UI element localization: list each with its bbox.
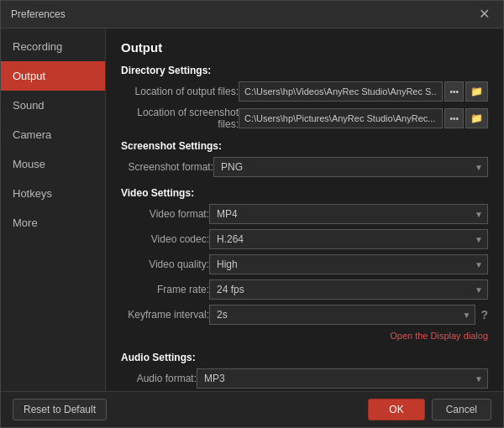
audio-format-row: Audio format: MP3AACWAVFLAC ▼ (121, 368, 488, 389)
screenshot-format-label: Screenshot format: (121, 161, 213, 173)
sidebar-item-recording[interactable]: Recording (1, 32, 105, 61)
video-codec-row: Video codec: H.264H.265VP8VP9 ▼ (121, 229, 488, 249)
dialog-title: Preferences (11, 8, 66, 20)
screenshot-dir-input-group: ••• 📁 (239, 108, 488, 128)
framerate-label: Frame rate: (121, 284, 209, 295)
video-codec-dropdown-wrapper: H.264H.265VP8VP9 ▼ (209, 229, 488, 249)
keyframe-help-icon[interactable]: ? (480, 308, 488, 321)
footer-left: Reset to Default (13, 399, 107, 420)
video-format-row: Video format: MP4MOVAVIWMV ▼ (121, 204, 488, 224)
ok-button[interactable]: OK (368, 399, 424, 420)
screenshot-section-title: Screenshot Settings: (121, 140, 488, 152)
display-dialog-link[interactable]: Open the Display dialog (390, 331, 488, 341)
screenshot-format-dropdown[interactable]: PNG JPG BMP GIF (213, 157, 488, 177)
output-folder-button[interactable]: 📁 (465, 81, 488, 102)
video-codec-dropdown[interactable]: H.264H.265VP8VP9 (209, 229, 488, 249)
keyframe-row: Keyframe interval: 2s5s10s ▼ ? (121, 305, 488, 325)
screenshot-format-row: Screenshot format: PNG JPG BMP GIF ▼ (121, 157, 488, 177)
cancel-button[interactable]: Cancel (432, 399, 491, 420)
video-format-dropdown-wrapper: MP4MOVAVIWMV ▼ (209, 204, 488, 224)
video-codec-label: Video codec: (121, 233, 209, 245)
keyframe-dropdown[interactable]: 2s5s10s (209, 305, 475, 325)
page-title: Output (121, 40, 488, 55)
screenshot-dir-input[interactable] (239, 108, 443, 128)
output-dir-row: Location of output files: ••• 📁 (121, 81, 488, 102)
content-area: Output Directory Settings: Location of o… (106, 29, 503, 391)
screenshot-dots-button[interactable]: ••• (444, 108, 464, 128)
screenshot-dir-row: Location of screenshot files: ••• 📁 (121, 107, 488, 130)
video-quality-row: Video quality: HighMediumLow ▼ (121, 254, 488, 274)
sidebar-item-mouse[interactable]: Mouse (1, 149, 105, 179)
screenshot-dir-label: Location of screenshot files: (121, 107, 239, 130)
output-dir-input[interactable] (239, 81, 443, 102)
main-content: Recording Output Sound Camera Mouse Hotk… (1, 29, 503, 391)
video-quality-dropdown-wrapper: HighMediumLow ▼ (209, 254, 488, 274)
title-bar: Preferences ✕ (1, 1, 503, 29)
footer: Reset to Default OK Cancel (1, 391, 503, 427)
sidebar-item-output[interactable]: Output (1, 61, 105, 91)
sidebar-item-more[interactable]: More (1, 208, 105, 237)
keyframe-label: Keyframe interval: (121, 309, 209, 321)
video-quality-dropdown[interactable]: HighMediumLow (209, 254, 488, 274)
video-format-dropdown[interactable]: MP4MOVAVIWMV (209, 204, 488, 224)
reset-button[interactable]: Reset to Default (13, 399, 107, 420)
audio-format-dropdown[interactable]: MP3AACWAVFLAC (197, 368, 488, 389)
framerate-dropdown[interactable]: 24 fps30 fps60 fps (209, 279, 488, 300)
screenshot-format-dropdown-wrapper: PNG JPG BMP GIF ▼ (213, 157, 488, 177)
output-dots-button[interactable]: ••• (444, 81, 464, 102)
output-dir-input-group: ••• 📁 (239, 81, 488, 102)
video-section-title: Video Settings: (121, 187, 488, 199)
close-button[interactable]: ✕ (475, 8, 493, 21)
framerate-dropdown-wrapper: 24 fps30 fps60 fps ▼ (209, 279, 488, 300)
preferences-dialog: Preferences ✕ Recording Output Sound Cam… (0, 0, 504, 428)
keyframe-dropdown-wrapper: 2s5s10s ▼ (209, 305, 475, 325)
dir-section-title: Directory Settings: (121, 65, 488, 76)
sidebar-item-hotkeys[interactable]: Hotkeys (1, 179, 105, 208)
audio-format-label: Audio format: (121, 373, 197, 384)
footer-right: OK Cancel (368, 399, 491, 420)
video-quality-label: Video quality: (121, 258, 209, 270)
sidebar-item-sound[interactable]: Sound (1, 91, 105, 120)
output-dir-label: Location of output files: (121, 86, 239, 97)
sidebar-item-camera[interactable]: Camera (1, 120, 105, 149)
audio-format-dropdown-wrapper: MP3AACWAVFLAC ▼ (197, 368, 488, 389)
sidebar: Recording Output Sound Camera Mouse Hotk… (1, 29, 106, 391)
video-format-label: Video format: (121, 208, 209, 220)
audio-section-title: Audio Settings: (121, 352, 488, 363)
display-link-row: Open the Display dialog (121, 330, 488, 342)
screenshot-folder-button[interactable]: 📁 (465, 108, 488, 128)
framerate-row: Frame rate: 24 fps30 fps60 fps ▼ (121, 279, 488, 300)
